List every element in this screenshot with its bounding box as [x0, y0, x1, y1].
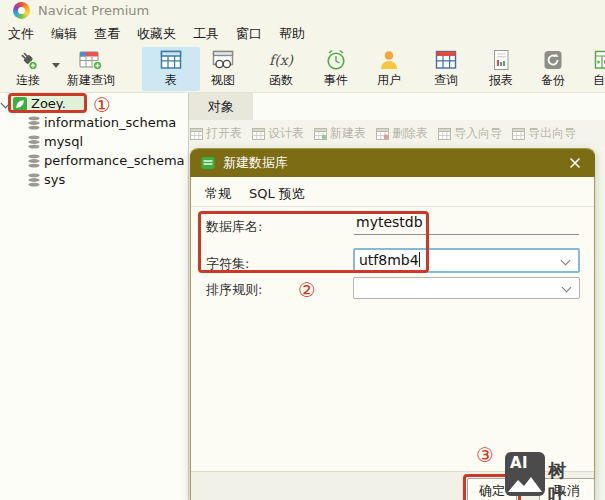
menu-item-window[interactable]: 窗口	[234, 24, 264, 44]
dialog-tab-sql-preview[interactable]: SQL 预览	[249, 185, 305, 203]
new-query-button[interactable]: 新建查询	[58, 47, 124, 91]
users-button[interactable]: 用户	[364, 47, 414, 91]
new-query-icon	[58, 47, 124, 73]
events-button[interactable]: 事件	[311, 47, 361, 91]
dialog-title-bar: 新建数据库	[190, 149, 595, 177]
new-database-icon	[201, 156, 215, 170]
view-icon	[198, 47, 248, 73]
dialog-tabs: 常规 SQL 预览	[205, 185, 305, 203]
table-icon	[142, 47, 200, 73]
backup-label: 备份	[528, 73, 578, 87]
reports-label: 报表	[476, 73, 526, 87]
dialog-close-button[interactable]	[565, 154, 585, 172]
database-icon	[27, 135, 41, 152]
close-icon	[569, 157, 581, 169]
dialog-title: 新建数据库	[223, 154, 288, 172]
menu-item-help[interactable]: 帮助	[277, 24, 307, 44]
connection-label: 连接	[0, 73, 56, 87]
chevron-down-icon[interactable]	[562, 283, 572, 293]
new-table-button[interactable]: 新建表	[314, 125, 366, 142]
annotation-number-2: ②	[298, 280, 316, 300]
database-name-label: 数据库名:	[206, 218, 262, 236]
menu-item-edit[interactable]: 编辑	[49, 24, 79, 44]
views-button[interactable]: 视图	[198, 47, 248, 91]
users-label: 用户	[364, 73, 414, 87]
dialog-tab-general[interactable]: 常规	[205, 185, 231, 203]
database-icon	[27, 173, 41, 190]
views-label: 视图	[198, 73, 248, 87]
query-icon	[421, 47, 471, 73]
watermark-logo-text: AI	[510, 454, 528, 472]
dialog-tab-divider	[191, 206, 594, 207]
tree-expand-chevron-icon[interactable]	[1, 99, 11, 109]
chevron-down-icon[interactable]	[561, 256, 571, 266]
database-name-input[interactable]: mytestdb	[354, 211, 579, 235]
annotation-number-1: ①	[93, 95, 111, 115]
report-icon	[476, 47, 526, 73]
design-table-icon	[252, 128, 265, 140]
tree-item-sys[interactable]: sys	[0, 171, 188, 190]
tables-button[interactable]: 表	[142, 47, 200, 91]
delete-table-icon	[376, 128, 389, 140]
database-name: performance_schema	[44, 153, 185, 168]
object-tab-bar: 对象	[189, 93, 605, 120]
tree-item-mysql[interactable]: mysql	[0, 133, 188, 152]
annotation-number-3: ③	[476, 445, 494, 465]
title-bar: Navicat Premium	[0, 0, 605, 22]
menu-item-file[interactable]: 文件	[6, 24, 36, 44]
tab-bar-empty-space	[253, 93, 605, 120]
collation-combobox[interactable]	[353, 277, 580, 299]
functions-label: 函数	[256, 73, 306, 87]
reports-button[interactable]: 报表	[476, 47, 526, 91]
tables-label: 表	[142, 73, 200, 87]
collation-label: 排序规则:	[206, 281, 262, 299]
watermark-brand-text: 树叶云	[548, 459, 566, 500]
menu-bar: 文件 编辑 查看 收藏夹 工具 窗口 帮助	[0, 22, 605, 45]
database-icon	[27, 116, 41, 133]
database-name: information_schema	[44, 115, 176, 130]
database-name: sys	[44, 172, 65, 187]
autorun-label: 自动	[580, 73, 605, 87]
backup-icon	[528, 47, 578, 73]
open-table-icon	[190, 128, 203, 140]
navicat-logo-icon	[13, 2, 30, 19]
charset-combobox[interactable]: utf8mb4	[353, 248, 580, 273]
new-database-dialog: 新建数据库 常规 SQL 预览 数据库名: mytestdb 字符集: utf8…	[190, 148, 595, 500]
mysql-connection-icon	[13, 97, 27, 114]
event-clock-icon	[311, 47, 361, 73]
export-wizard-button[interactable]: 导出向导	[512, 125, 576, 142]
function-icon: f(x)	[256, 47, 306, 73]
open-table-button[interactable]: 打开表	[190, 125, 242, 142]
tree-item-performance-schema[interactable]: performance_schema	[0, 152, 188, 171]
connection-name: Zoey.	[31, 96, 66, 111]
new-query-label: 新建查询	[58, 73, 124, 87]
main-toolbar: 连接 新建查询	[0, 45, 605, 93]
query-button[interactable]: 查询	[421, 47, 471, 91]
autorun-button[interactable]: 自动	[580, 47, 605, 91]
events-label: 事件	[311, 73, 361, 87]
backup-button[interactable]: 备份	[528, 47, 578, 91]
autorun-icon	[580, 47, 605, 73]
menu-item-tools[interactable]: 工具	[191, 24, 221, 44]
connection-icon	[0, 47, 56, 73]
tab-objects[interactable]: 对象	[189, 93, 253, 120]
query-label: 查询	[421, 73, 471, 87]
text-cursor	[419, 252, 421, 267]
connection-tree: Zoey. information_schema mysql	[0, 93, 188, 500]
menu-item-view[interactable]: 查看	[92, 24, 122, 44]
navicat-window: Navicat Premium 文件 编辑 查看 收藏夹 工具 窗口 帮助	[0, 0, 605, 500]
delete-table-button[interactable]: 删除表	[376, 125, 428, 142]
table-actions-toolbar: 打开表 设计表 新建表 删除表 导入向导 导出向导	[189, 120, 605, 147]
database-name: mysql	[44, 134, 83, 149]
database-icon	[27, 154, 41, 171]
functions-button[interactable]: f(x) 函数	[256, 47, 306, 91]
charset-label: 字符集:	[206, 255, 249, 273]
watermark-ai-logo: AI	[505, 452, 545, 496]
mountain-image-icon	[508, 475, 542, 492]
new-table-icon	[314, 128, 327, 140]
import-wizard-button[interactable]: 导入向导	[438, 125, 502, 142]
design-table-button[interactable]: 设计表	[252, 125, 304, 142]
connection-button[interactable]: 连接	[0, 47, 56, 91]
user-icon	[364, 47, 414, 73]
menu-item-favorites[interactable]: 收藏夹	[135, 24, 178, 44]
